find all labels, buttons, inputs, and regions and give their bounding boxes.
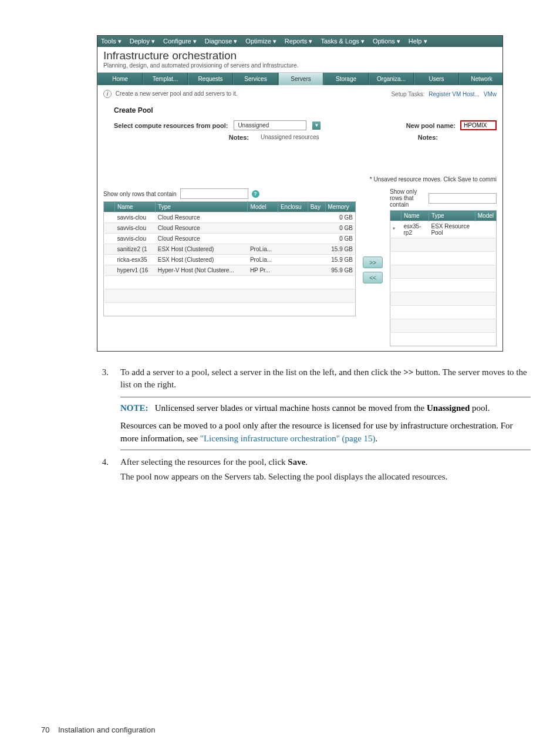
menu-optimize[interactable]: Optimize ▾ bbox=[245, 38, 276, 45]
select-pool-label: Select compute resources from pool: bbox=[114, 122, 228, 129]
info-icon: i bbox=[103, 90, 112, 98]
new-pool-label: New pool name: bbox=[406, 122, 456, 129]
left-resources-table: Name Type Model Enclosu Bay Memory savvi… bbox=[103, 201, 356, 316]
step-4-text: After selecting the resources for the po… bbox=[120, 456, 447, 483]
menu-deploy[interactable]: Deploy ▾ bbox=[130, 38, 155, 45]
filter-input-left[interactable] bbox=[180, 188, 248, 199]
tab-servers[interactable]: Servers bbox=[278, 73, 323, 85]
table-row[interactable]: savvis-clouCloud Resource0 GB bbox=[104, 212, 356, 223]
filter-label-right: Show only rows that contain bbox=[390, 188, 425, 208]
page-title: Infrastructure orchestration bbox=[103, 49, 497, 62]
pool-select[interactable]: Unassigned bbox=[234, 120, 306, 130]
tab-row: Home Templat... Requests Services Server… bbox=[97, 73, 502, 85]
info-text: Create a new server pool and add servers… bbox=[116, 90, 238, 97]
move-right-button[interactable]: >> bbox=[363, 256, 383, 268]
menu-help[interactable]: Help ▾ bbox=[409, 38, 427, 45]
tab-users[interactable]: Users bbox=[414, 73, 459, 85]
table-row[interactable]: savvis-clouCloud Resource0 GB bbox=[104, 234, 356, 244]
table-row[interactable]: sanitize2 (1ESX Host (Clustered)ProLia..… bbox=[104, 244, 356, 255]
help-icon[interactable]: ? bbox=[252, 190, 259, 198]
notes-label-left: Notes: bbox=[114, 134, 249, 141]
setup-tasks: Setup Tasks: Register VM Host... VMw bbox=[391, 91, 497, 97]
create-pool-heading: Create Pool bbox=[114, 106, 497, 114]
link-licensing[interactable]: "Licensing infrastructure orchestration"… bbox=[200, 434, 376, 443]
move-left-button[interactable]: << bbox=[363, 272, 383, 283]
notes-value-left: Unassigned resources bbox=[261, 134, 319, 141]
notes-label-right: Notes: bbox=[356, 134, 438, 141]
menu-diagnose[interactable]: Diagnose ▾ bbox=[205, 38, 238, 45]
tab-storage[interactable]: Storage bbox=[323, 73, 369, 85]
app-screenshot: Tools ▾ Deploy ▾ Configure ▾ Diagnose ▾ … bbox=[97, 35, 503, 352]
new-pool-name-input[interactable] bbox=[460, 120, 497, 130]
menu-options[interactable]: Options ▾ bbox=[373, 38, 400, 45]
tab-templates[interactable]: Templat... bbox=[143, 73, 188, 85]
menu-reports[interactable]: Reports ▾ bbox=[285, 38, 313, 45]
table-row[interactable]: savvis-clouCloud Resource0 GB bbox=[104, 223, 356, 234]
tab-home[interactable]: Home bbox=[97, 73, 143, 85]
table-row[interactable]: hyperv1 (16Hyper-V Host (Not Clustere...… bbox=[104, 265, 356, 276]
dropdown-arrow-icon[interactable]: ▼ bbox=[312, 121, 321, 130]
menu-configure[interactable]: Configure ▾ bbox=[163, 38, 197, 45]
filter-input-right[interactable] bbox=[429, 193, 497, 204]
menubar: Tools ▾ Deploy ▾ Configure ▾ Diagnose ▾ … bbox=[97, 36, 502, 47]
table-row[interactable]: *esx35-rp2ESX Resource Pool bbox=[390, 221, 497, 238]
tab-services[interactable]: Services bbox=[233, 73, 278, 85]
page-subtitle: Planning, design, and automated provisio… bbox=[103, 62, 497, 69]
link-register-vm-host[interactable]: Register VM Host... bbox=[429, 91, 480, 97]
tab-network[interactable]: Network bbox=[459, 73, 503, 85]
step-3-text: To add a server to a pool, select a serv… bbox=[120, 366, 531, 391]
link-vmw[interactable]: VMw bbox=[484, 91, 497, 97]
step-3-number: 3. bbox=[97, 366, 109, 391]
table-row[interactable]: ricka-esx35ESX Host (Clustered)ProLia...… bbox=[104, 255, 356, 265]
unsaved-warning: * Unsaved resource moves. Click Save to … bbox=[356, 176, 497, 183]
filter-label-left: Show only rows that contain bbox=[103, 191, 177, 197]
note-box: NOTE: Unlicensed server blades or virtua… bbox=[120, 397, 531, 450]
page-title-bar: Infrastructure orchestration Planning, d… bbox=[97, 47, 502, 73]
step-4-number: 4. bbox=[97, 456, 109, 483]
tab-organization[interactable]: Organiza... bbox=[369, 73, 414, 85]
menu-tools[interactable]: Tools ▾ bbox=[101, 38, 122, 45]
right-resources-table: Name Type Model *esx35-rp2ESX Resource P… bbox=[390, 210, 497, 346]
menu-tasks-logs[interactable]: Tasks & Logs ▾ bbox=[321, 38, 364, 45]
tab-requests[interactable]: Requests bbox=[188, 73, 233, 85]
